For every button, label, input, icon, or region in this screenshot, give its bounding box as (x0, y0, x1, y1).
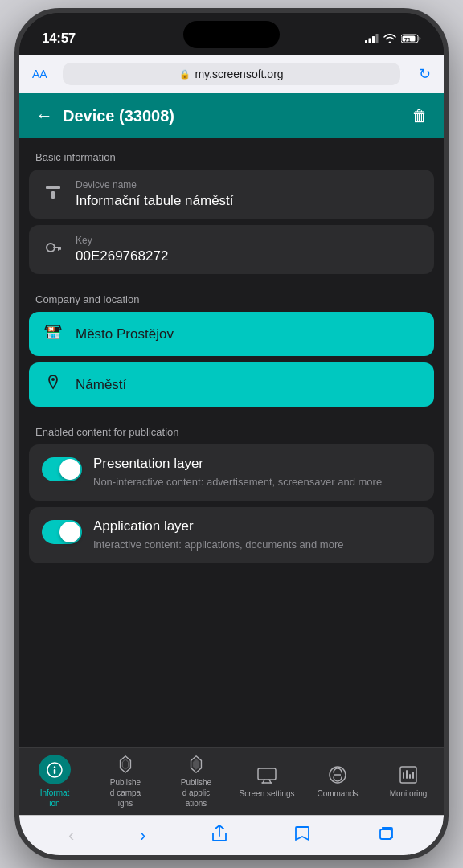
company-card[interactable]: 🏪 Město Prostějov (29, 312, 434, 356)
application-toggle-wrapper[interactable] (42, 520, 82, 544)
app-header: ← Device (33008) 🗑 (19, 93, 444, 138)
safari-share[interactable] (202, 821, 237, 850)
svg-text:🏪: 🏪 (47, 326, 61, 340)
application-layer-content: Application layer Interactive content: a… (93, 518, 421, 552)
location-card[interactable]: Náměstí (29, 362, 434, 407)
nav-item-published-campaigns[interactable]: Published campaigns (90, 748, 161, 815)
svg-point-17 (51, 378, 55, 381)
nav-item-published-applications[interactable]: Published applications (161, 748, 232, 815)
svg-text:71: 71 (404, 37, 411, 43)
commands-icon (327, 764, 348, 785)
monitoring-icon (398, 764, 419, 785)
presentation-layer-desc: Non-interactive content: advertisement, … (93, 475, 421, 489)
presentation-layer-card: Presentation layer Non-interactive conte… (29, 444, 434, 501)
key-label: Key (76, 235, 421, 246)
company-location-label: Company and location (19, 280, 444, 312)
status-time: 14:57 (42, 31, 76, 47)
key-value: 00E269768272 (76, 248, 421, 264)
svg-point-19 (54, 766, 55, 768)
basic-info-label: Basic information (19, 138, 444, 170)
nav-item-information[interactable]: Information (19, 748, 90, 815)
svg-rect-1 (369, 39, 371, 44)
device-name-content: Devicve name Informační tabule náměstí (76, 179, 421, 209)
svg-rect-8 (51, 191, 55, 199)
app-content: ← Device (33008) 🗑 Basic information Dev… (19, 93, 444, 747)
browser-bar: AA 🔒 my.screensoft.org ↻ (19, 55, 444, 93)
device-name-label: Devicve name (76, 179, 421, 190)
battery-icon: 71 (401, 34, 421, 43)
browser-refresh[interactable]: ↻ (408, 65, 431, 83)
phone-frame: 14:57 (14, 8, 449, 860)
safari-forward[interactable]: › (130, 822, 155, 850)
key-content: Key 00E269768272 (76, 235, 421, 264)
nav-item-monitoring[interactable]: Monitoring (373, 748, 444, 815)
status-bar: 14:57 (19, 13, 444, 55)
browser-aa[interactable]: AA (32, 68, 55, 80)
presentation-toggle[interactable] (42, 457, 82, 481)
presentation-layer-content: Presentation layer Non-interactive conte… (93, 456, 421, 489)
nav-label-monitoring: Monitoring (390, 788, 428, 799)
svg-rect-20 (54, 769, 55, 774)
key-card: Key 00E269768272 (29, 225, 434, 274)
dynamic-island (183, 21, 280, 48)
svg-rect-3 (376, 34, 379, 43)
browser-url-bar[interactable]: 🔒 my.screensoft.org (63, 63, 400, 85)
browser-url-text: my.screensoft.org (195, 68, 283, 80)
nav-label-commands: Commands (317, 788, 358, 799)
nav-item-screen-settings[interactable]: Screen settings (232, 748, 302, 815)
nav-label-screen-settings: Screen settings (240, 788, 295, 799)
status-icons: 71 (365, 34, 421, 43)
nav-label-published-applications: Published applications (181, 777, 211, 809)
device-name-card: Devicve name Informační tabule náměstí (29, 170, 434, 219)
application-layer-title: Application layer (93, 518, 421, 534)
signal-icon (365, 34, 379, 43)
company-text: Město Prostějov (76, 326, 174, 342)
lock-icon: 🔒 (179, 69, 191, 80)
published-applications-icon (186, 755, 207, 774)
nav-label-information: Information (40, 788, 70, 809)
application-layer-desc: Interactive content: applications, docum… (93, 538, 421, 552)
svg-rect-0 (365, 40, 367, 43)
safari-bookmarks[interactable] (284, 821, 321, 850)
svg-rect-7 (46, 186, 60, 189)
safari-back[interactable]: ‹ (59, 822, 84, 850)
enabled-content-label: Enabled content for publication (19, 413, 444, 444)
nav-item-commands[interactable]: Commands (302, 748, 373, 815)
safari-bottom-bar: ‹ › (19, 815, 444, 855)
information-icon (47, 762, 63, 778)
published-campaigns-icon (115, 755, 136, 774)
key-icon (42, 239, 64, 260)
page-title: Device (33008) (63, 107, 174, 125)
svg-rect-2 (372, 36, 375, 43)
information-icon-circle (39, 755, 71, 784)
safari-tabs[interactable] (367, 821, 404, 850)
svg-rect-25 (258, 768, 276, 780)
application-toggle[interactable] (42, 520, 82, 544)
svg-marker-22 (122, 760, 128, 770)
wifi-icon (383, 34, 396, 43)
presentation-layer-title: Presentation layer (93, 456, 421, 472)
location-text: Náměstí (76, 377, 126, 393)
nav-label-published-campaigns: Published campaigns (110, 777, 141, 809)
text-icon (42, 183, 64, 205)
back-button[interactable]: ← (35, 105, 53, 126)
svg-rect-36 (380, 829, 391, 839)
store-icon: 🏪 (42, 323, 64, 345)
svg-marker-24 (193, 760, 199, 770)
application-layer-card: Application layer Interactive content: a… (29, 507, 434, 563)
screen-settings-icon (256, 764, 277, 785)
bottom-nav: Information Published campaigns Publishe… (19, 747, 444, 815)
device-name-value[interactable]: Informační tabule náměstí (76, 193, 421, 209)
delete-button[interactable]: 🗑 (412, 107, 428, 125)
location-icon (42, 374, 64, 395)
presentation-toggle-wrapper[interactable] (42, 457, 82, 481)
